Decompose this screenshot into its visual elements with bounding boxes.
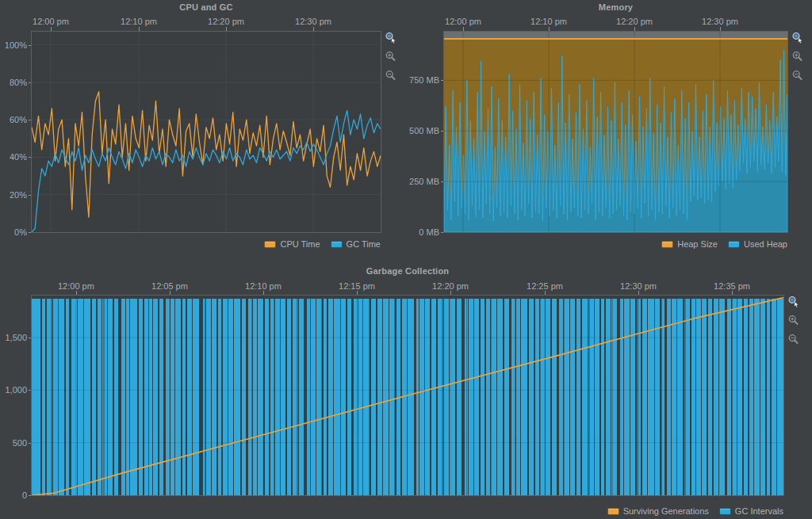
gc-interval-gap — [45, 299, 47, 495]
memory-plot-canvas[interactable] — [444, 32, 787, 232]
gc-interval-shade — [297, 299, 298, 495]
gc-interval-shade — [661, 299, 662, 495]
gc-interval-gap — [503, 299, 504, 495]
zoom-out-icon[interactable] — [385, 70, 397, 82]
cpu-gc-chart-panel: CPU and GC 12:00 pm12:10 pm12:20 pm12:30… — [0, 0, 406, 264]
gc-interval-gap — [414, 299, 416, 495]
gc-interval-gap — [485, 299, 486, 495]
gc-interval-gap — [496, 299, 497, 495]
gc-interval-shade — [515, 299, 515, 495]
gc-interval-gap — [630, 299, 630, 495]
y-tick-label: 60% — [0, 115, 27, 124]
legend-swatch — [728, 241, 740, 248]
gc-interval-gap — [760, 299, 760, 495]
garbage-collection-chart-panel: Garbage Collection 12:00 pm12:05 pm12:10… — [0, 264, 812, 519]
gc-interval-gap — [107, 299, 108, 495]
gc-interval-shade — [588, 299, 590, 495]
zoom-selection-icon[interactable] — [791, 32, 804, 44]
gc-interval-gap — [257, 299, 258, 495]
y-tick-label: 0 MB — [406, 227, 439, 237]
gc-interval-gap — [137, 299, 139, 495]
gc-interval-gap — [90, 299, 92, 495]
gc-interval-gap — [654, 299, 655, 495]
gc-plot-canvas[interactable] — [32, 296, 783, 495]
gc-interval-gap — [419, 299, 419, 495]
gc-interval-gap — [152, 299, 153, 495]
y-tick-label: 500 MB — [406, 126, 439, 135]
legend-swatch — [331, 241, 343, 248]
gc-interval-gap — [468, 299, 469, 495]
zoom-in-icon[interactable] — [385, 51, 397, 63]
gc-interval-gap — [690, 299, 691, 495]
memory-plot-area[interactable] — [443, 31, 788, 233]
memory-legend: Heap SizeUsed Heap — [661, 239, 787, 249]
gc-interval-gap — [143, 299, 144, 495]
x-tick-label: 12:30 pm — [620, 281, 657, 291]
gc-interval-gap — [395, 299, 396, 495]
cpu-plot-area[interactable] — [31, 31, 381, 233]
gc-interval-gap — [64, 299, 66, 495]
gc-interval-gap — [274, 299, 275, 495]
legend-label: GC Intervals — [735, 506, 783, 516]
y-tick-label: 80% — [0, 78, 27, 87]
x-tick-label: 12:10 pm — [121, 17, 157, 26]
gc-interval-gap — [443, 299, 444, 495]
gc-interval-gap — [569, 299, 570, 495]
gc-interval-gap — [199, 299, 203, 495]
gc-interval-gap — [291, 299, 293, 495]
gc-plot-area[interactable] — [31, 295, 784, 496]
gc-interval-gap — [748, 299, 749, 495]
x-tick-label: 12:30 pm — [295, 17, 331, 26]
cpu-plot-canvas[interactable] — [32, 32, 381, 232]
zoom-out-icon[interactable] — [787, 334, 800, 346]
y-tick-label: 0 — [0, 490, 27, 500]
gc-interval-gap — [455, 299, 457, 495]
gc-interval-gap — [298, 299, 299, 495]
gc-interval-gap — [304, 299, 307, 495]
gc-interval-gap — [635, 299, 637, 495]
y-tick-label: 20% — [0, 190, 27, 200]
gc-interval-gap — [563, 299, 564, 495]
zoom-selection-icon[interactable] — [787, 296, 800, 308]
gc-interval-gap — [96, 299, 98, 495]
gc-interval-gap — [69, 299, 71, 495]
gc-interval-gap — [594, 299, 595, 495]
gc-interval-gap — [718, 299, 719, 495]
gc-interval-gap — [181, 299, 182, 495]
gc-interval-gap — [695, 299, 696, 495]
gc-interval-shade — [684, 299, 686, 495]
gc-interval-gap — [233, 299, 234, 495]
gc-interval-gap — [599, 299, 601, 495]
gc-interval-gap — [333, 299, 334, 495]
gc-interval-gap — [376, 299, 377, 495]
gc-interval-gap — [340, 299, 341, 495]
y-tick-label: 100% — [0, 40, 27, 50]
legend-swatch — [719, 508, 731, 515]
gc-interval-gap — [575, 299, 576, 495]
gc-interval-gap — [358, 299, 358, 495]
y-tick-label: 40% — [0, 152, 27, 162]
legend-label: CPU Time — [280, 239, 320, 249]
cpu-gc-chart-title: CPU and GC — [32, 2, 381, 12]
y-tick-label: 500 — [0, 438, 27, 448]
gc-interval-gap — [430, 299, 431, 495]
gc-interval-gap — [462, 299, 465, 495]
gc-interval-shade — [321, 299, 322, 495]
memory-chart-panel: Memory 12:00 pm12:10 pm12:20 pm12:30 pm7… — [406, 0, 812, 264]
gc-interval-gap — [737, 299, 737, 495]
zoom-out-icon[interactable] — [791, 70, 804, 82]
gc-interval-gap — [163, 299, 166, 495]
legend-swatch — [264, 241, 276, 248]
zoom-in-icon[interactable] — [787, 315, 800, 327]
zoom-selection-icon[interactable] — [385, 32, 397, 44]
legend-label: GC Time — [347, 239, 381, 249]
cpu-zoom-tools — [385, 32, 397, 82]
gc-interval-gap — [665, 299, 667, 495]
gc-interval-gap — [246, 299, 248, 495]
above-heap-region — [444, 32, 787, 39]
gc-interval-gap — [676, 299, 677, 495]
gc-interval-gap — [285, 299, 287, 495]
gc-interval-gap — [701, 299, 702, 495]
x-tick-label: 12:30 pm — [702, 17, 738, 26]
zoom-in-icon[interactable] — [791, 51, 804, 63]
